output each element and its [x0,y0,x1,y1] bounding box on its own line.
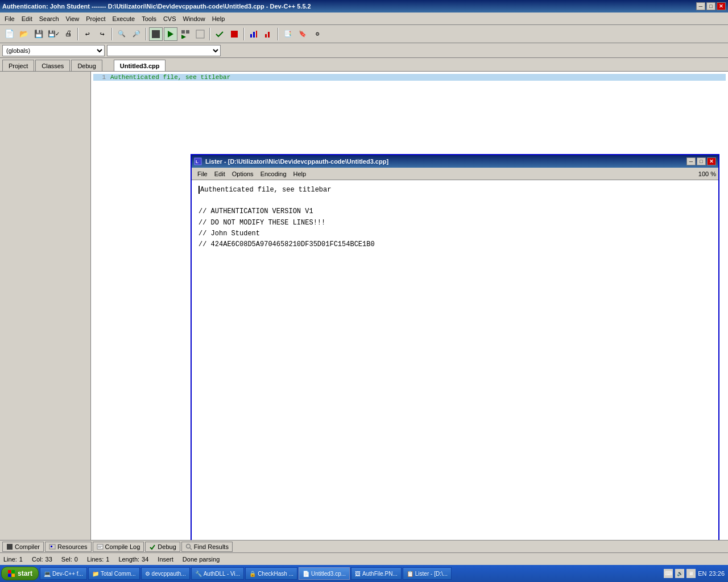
line-value: 1 [19,556,23,563]
resources-tab-label: Resources [57,543,88,550]
svg-text:L: L [196,159,198,164]
code-line-1: 1 Authenticated file, see titlebar [93,74,726,81]
bottom-tab-compile-log[interactable]: Compile Log [93,542,144,552]
goto-button[interactable]: 🔖 [296,27,309,41]
lister-zoom-percent: 100 % [698,171,716,177]
replace-button[interactable]: 🔎 [130,27,143,41]
stop-button[interactable] [228,27,241,41]
lister-menu-help[interactable]: Help [290,169,310,178]
save-button[interactable]: 💾 [32,27,46,41]
svg-rect-18 [7,544,10,547]
menu-edit[interactable]: Edit [18,14,36,23]
compiler-tab-label: Compiler [15,543,40,550]
svg-rect-15 [268,32,270,38]
status-insert: Insert [158,556,173,563]
taskbar-authdll[interactable]: 🔧 AuthDLL - Vi... [191,567,244,580]
new-button[interactable]: 📄 [2,27,16,41]
lister-menu-bar: File Edit Options Encoding Help 100 % [192,168,718,180]
bottom-tab-debug[interactable]: Debug [145,542,180,552]
tab-classes[interactable]: Classes [35,60,70,71]
status-line: Line: 1 [3,556,23,563]
chart-button[interactable] [247,27,260,41]
lister-minimize-button[interactable]: ─ [686,157,696,165]
menu-cvs[interactable]: CVS [160,14,180,23]
taskbar-authfile-icon: 🖼 [355,571,361,577]
close-button[interactable]: ✕ [717,2,726,10]
taskbar-checkhash[interactable]: 🔒 CheckHash ... [245,567,297,580]
start-label: start [18,569,32,577]
lister-line-3: // AUTHENTICATION VERSION V1 [198,206,712,217]
taskbar-lister-icon: 📋 [407,571,413,577]
bottom-tab-compiler[interactable]: Compiler [2,542,44,552]
maximize-button[interactable]: □ [706,2,715,10]
toolbar-separator-3 [146,28,147,40]
lister-close-button[interactable]: ✕ [707,157,716,165]
taskbar-authdll-label: AuthDLL - Vi... [204,571,240,577]
status-length: Length: 34 [118,556,148,563]
compile-button[interactable] [149,27,163,41]
compile-run-button[interactable] [179,27,192,41]
redo-button[interactable]: ↪ [96,27,109,41]
taskbar-devcppauth-label: devcppauth... [152,571,186,577]
print-button[interactable]: 🖨 [61,27,75,41]
sel-label: Sel: [61,556,72,563]
taskbar-authfile[interactable]: 🖼 AuthFile.PN... [351,567,402,580]
check-button[interactable] [213,27,226,41]
language-indicator[interactable]: EN [698,570,706,577]
svg-rect-9 [197,31,203,37]
tab-project[interactable]: Project [2,60,34,71]
find-results-tab-label: Find Results [194,543,229,550]
globals-dropdown[interactable]: (globals) [2,45,105,56]
menu-file[interactable]: File [1,14,18,23]
svg-rect-14 [265,34,267,38]
menu-project[interactable]: Project [82,14,109,23]
svg-rect-19 [10,544,13,547]
save-all-button[interactable]: 💾✓ [47,27,60,41]
lister-maximize-button[interactable]: □ [697,157,706,165]
taskbar-totalcomm[interactable]: 📁 Total Comm... [88,567,140,580]
menu-search[interactable]: Search [36,14,63,23]
lister-menu-edit[interactable]: Edit [211,169,229,178]
run-button[interactable] [164,27,177,41]
compile-log-tab-label: Compile Log [105,543,140,550]
menu-execute[interactable]: Execute [109,14,138,23]
bottom-tab-resources[interactable]: Resources [45,542,92,552]
taskbar-untitled3[interactable]: 📄 Untitled3.cp... [299,567,350,580]
taskbar-checkhash-icon: 🔒 [249,571,256,577]
minimize-button[interactable]: ─ [696,2,705,10]
lister-content[interactable]: Authenticated file, see titlebar // AUTH… [192,180,718,540]
menu-tools[interactable]: Tools [138,14,160,23]
taskbar-devcpp-label: Dev-C++ f... [52,571,83,577]
svg-rect-6 [186,30,189,34]
taskbar-lister[interactable]: 📋 Lister - [D:\... [403,567,452,580]
code-editor[interactable]: 1 Authenticated file, see titlebar L Lis… [91,72,728,540]
undo-button[interactable]: ↩ [81,27,94,41]
lister-title-buttons: ─ □ ✕ [686,157,716,165]
taskbar-devcpp[interactable]: 💻 Dev-C++ f... [40,567,87,580]
menu-window[interactable]: Window [180,14,209,23]
svg-rect-3 [156,34,160,38]
tab-file[interactable]: Untitled3.cpp [114,60,166,71]
lister-title-content: L Lister - [D:\Utilizatori\Nic\Dev\devcp… [194,157,388,165]
menu-view[interactable]: View [63,14,83,23]
open-button[interactable]: 📂 [17,27,31,41]
col-label: Col: [32,556,43,563]
bookmark-button[interactable]: 📑 [281,27,295,41]
lister-menu-file[interactable]: File [194,169,211,178]
options-button[interactable]: ⚙ [311,27,324,41]
lister-menu-encoding[interactable]: Encoding [257,169,290,178]
taskbar-authfile-label: AuthFile.PN... [362,571,398,577]
profile-button[interactable] [262,27,275,41]
tab-debug[interactable]: Debug [71,60,102,71]
length-value: 34 [142,556,148,563]
svg-marker-4 [168,31,173,38]
toolbar-separator-5 [243,28,245,40]
menu-help[interactable]: Help [209,14,229,23]
function-dropdown[interactable] [107,45,221,56]
lister-menu-options[interactable]: Options [229,169,257,178]
taskbar-devcppauth[interactable]: ⚙ devcppauth... [141,567,190,580]
find-button[interactable]: 🔍 [115,27,129,41]
rebuild-button[interactable] [193,27,207,41]
bottom-tab-find-results[interactable]: Find Results [181,542,233,552]
start-button[interactable]: start [1,567,39,580]
